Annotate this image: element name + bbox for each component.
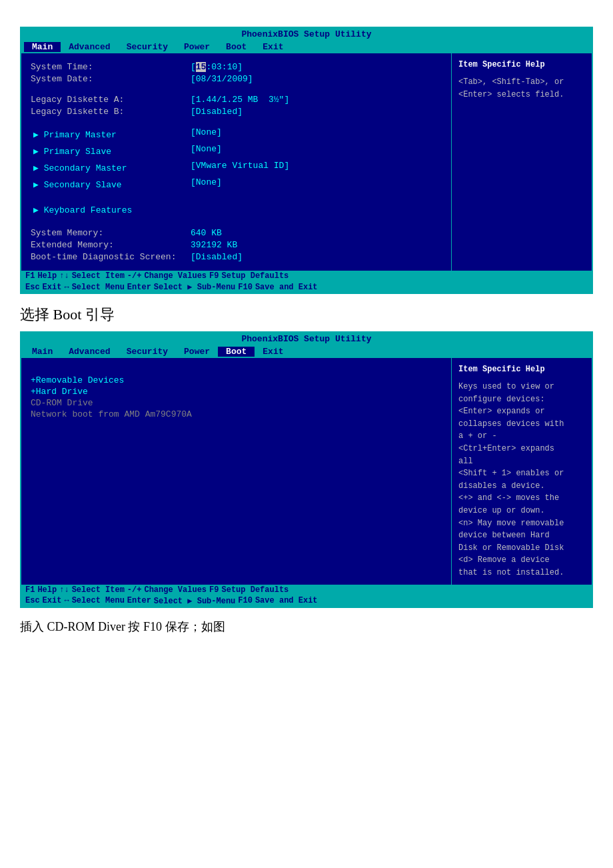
diskette-a-value: [1.44/1.25 MB 3½"] — [191, 95, 289, 105]
bios-main-panel-2: +Removable Devices +Hard Drive CD-ROM Dr… — [21, 358, 452, 585]
menu-power-2[interactable]: Power — [176, 347, 218, 357]
menu-exit-2[interactable]: Exit — [255, 347, 291, 357]
extended-memory-label: Extended Memory: — [31, 240, 191, 250]
secondary-master-row: Secondary Master [VMware Virtual ID] — [31, 161, 442, 175]
desc2-select-menu: Select Menu — [72, 596, 125, 605]
diagnostic-screen-row: Boot-time Diagnostic Screen: [Disabled] — [31, 252, 442, 262]
boot-network: Network boot from AMD Am79C970A — [31, 409, 442, 419]
primary-slave-label[interactable]: Primary Slave — [31, 146, 191, 157]
system-date-label: System Date: — [31, 74, 191, 84]
menu-advanced-1[interactable]: Advanced — [61, 42, 118, 52]
footer2-line-2: Esc Exit ↔ Select Menu Enter Select ▶ Su… — [21, 595, 592, 607]
system-time-row: System Time: [15:03:10] — [31, 62, 442, 72]
key-f1: F1 — [25, 271, 35, 281]
bios-menu-bar-2: Main Advanced Security Power Boot Exit — [21, 345, 592, 358]
secondary-slave-row: Secondary Slave [None] — [31, 177, 442, 192]
desc-save-exit: Save and Exit — [255, 283, 318, 292]
system-time-label: System Time: — [31, 62, 191, 72]
primary-slave-row: Primary Slave [None] — [31, 144, 442, 159]
desc-help: Help — [37, 271, 57, 281]
keyboard-features-row: Keyboard Features — [31, 203, 442, 217]
secondary-master-label[interactable]: Secondary Master — [31, 163, 191, 173]
menu-exit-1[interactable]: Exit — [255, 42, 291, 52]
boot-list: +Removable Devices +Hard Drive CD-ROM Dr… — [31, 375, 442, 419]
primary-master-label[interactable]: Primary Master — [31, 129, 191, 140]
primary-master-row: Primary Master [None] — [31, 127, 442, 142]
boot-harddrive: +Hard Drive — [31, 387, 442, 397]
key2-leftright: ↔ — [64, 596, 69, 605]
menu-main-2[interactable]: Main — [24, 347, 61, 357]
diskette-b-value: [Disabled] — [191, 107, 243, 117]
key2-f10: F10 — [238, 596, 253, 605]
diskette-b-label: Legacy Diskette B: — [31, 107, 191, 117]
primary-slave-value: [None] — [191, 144, 222, 159]
footer-f1: F1 Help ↑↓ Select Item -/+ Change Values… — [25, 271, 289, 281]
bios-body-2: +Removable Devices +Hard Drive CD-ROM Dr… — [21, 358, 592, 585]
menu-power-1[interactable]: Power — [176, 42, 218, 52]
system-memory-label: System Memory: — [31, 228, 191, 238]
desc-select-item: Select Item — [72, 271, 125, 281]
footer-line-2: Esc Exit ↔ Select Menu Enter Select ▶ Su… — [21, 281, 592, 293]
menu-boot-1[interactable]: Boot — [218, 42, 255, 52]
menu-security-1[interactable]: Security — [119, 42, 176, 52]
desc-change-values: Change Values — [144, 271, 207, 281]
extended-memory-row: Extended Memory: 392192 KB — [31, 240, 442, 250]
key-minus-plus: -/+ — [127, 271, 142, 281]
key-leftright: ↔ — [64, 283, 69, 292]
key-esc: Esc — [25, 283, 40, 292]
desc-select-submenu: Select ▶ Sub-Menu — [154, 282, 235, 292]
menu-main-1[interactable]: Main — [24, 42, 61, 52]
caption-2: 插入 CD-ROM Diver 按 F10 保存；如图 — [20, 619, 593, 635]
secondary-slave-value: [None] — [191, 177, 222, 192]
footer-esc: Esc Exit ↔ Select Menu Enter Select ▶ Su… — [25, 282, 318, 292]
key-enter: Enter — [127, 283, 151, 292]
footer-line-1: F1 Help ↑↓ Select Item -/+ Change Values… — [21, 271, 592, 281]
desc2-help: Help — [37, 585, 57, 595]
system-date-value: [08/31/2009] — [191, 74, 253, 84]
system-date-row: System Date: [08/31/2009] — [31, 74, 442, 84]
help-title-1: Item Specific Help — [458, 59, 585, 71]
key2-esc: Esc — [25, 596, 40, 605]
menu-advanced-2[interactable]: Advanced — [61, 347, 118, 357]
extended-memory-value: 392192 KB — [191, 240, 237, 250]
boot-removable: +Removable Devices — [31, 375, 442, 385]
diskette-a-row: Legacy Diskette A: [1.44/1.25 MB 3½"] — [31, 95, 442, 105]
system-memory-value: 640 KB — [191, 228, 222, 238]
help-text-1: <Tab>, <Shift-Tab>, or <Enter> selects f… — [458, 76, 585, 101]
key-f9: F9 — [209, 271, 219, 281]
key-updown: ↑↓ — [59, 271, 69, 281]
menu-boot-2[interactable]: Boot — [218, 347, 255, 357]
menu-security-2[interactable]: Security — [119, 347, 176, 357]
desc-exit: Exit — [43, 283, 62, 292]
secondary-slave-label[interactable]: Secondary Slave — [31, 179, 191, 190]
desc-select-menu: Select Menu — [72, 283, 125, 292]
diagnostic-screen-value: [Disabled] — [191, 252, 243, 262]
footer2-esc: Esc Exit ↔ Select Menu Enter Select ▶ Su… — [25, 596, 318, 606]
desc2-select-item: Select Item — [72, 585, 125, 595]
bios-body-1: System Time: [15:03:10] System Date: [08… — [21, 53, 592, 271]
bios-menu-bar-1: Main Advanced Security Power Boot Exit — [21, 41, 592, 53]
keyboard-features-label[interactable]: Keyboard Features — [31, 205, 132, 215]
boot-cdrom: CD-ROM Drive — [31, 398, 442, 408]
bios-help-panel-1: Item Specific Help <Tab>, <Shift-Tab>, o… — [452, 53, 592, 271]
time-highlight: 15 — [196, 62, 207, 72]
bios-screen-2: PhoenixBIOS Setup Utility Main Advanced … — [20, 331, 593, 608]
bios-screen-1: PhoenixBIOS Setup Utility Main Advanced … — [20, 27, 593, 294]
key2-f1: F1 — [25, 585, 35, 595]
system-time-value: [15:03:10] — [191, 62, 243, 72]
help-title-2: Item Specific Help — [458, 363, 585, 375]
desc-setup-defaults: Setup Defaults — [221, 271, 289, 281]
bios-footer-2: F1 Help ↑↓ Select Item -/+ Change Values… — [21, 585, 592, 607]
bios-title-2: PhoenixBIOS Setup Utility — [21, 333, 592, 345]
bios-main-panel-1: System Time: [15:03:10] System Date: [08… — [21, 53, 452, 271]
caption-1: 选择 Boot 引导 — [20, 305, 593, 325]
desc2-save-exit: Save and Exit — [255, 596, 318, 605]
system-memory-row: System Memory: 640 KB — [31, 228, 442, 238]
primary-master-value: [None] — [191, 127, 222, 142]
key2-updown: ↑↓ — [59, 585, 69, 595]
key2-minus-plus: -/+ — [127, 585, 142, 595]
footer2-f1: F1 Help ↑↓ Select Item -/+ Change Values… — [25, 585, 289, 595]
desc2-change-values: Change Values — [144, 585, 207, 595]
diskette-a-label: Legacy Diskette A: — [31, 95, 191, 105]
diskette-b-row: Legacy Diskette B: [Disabled] — [31, 107, 442, 117]
